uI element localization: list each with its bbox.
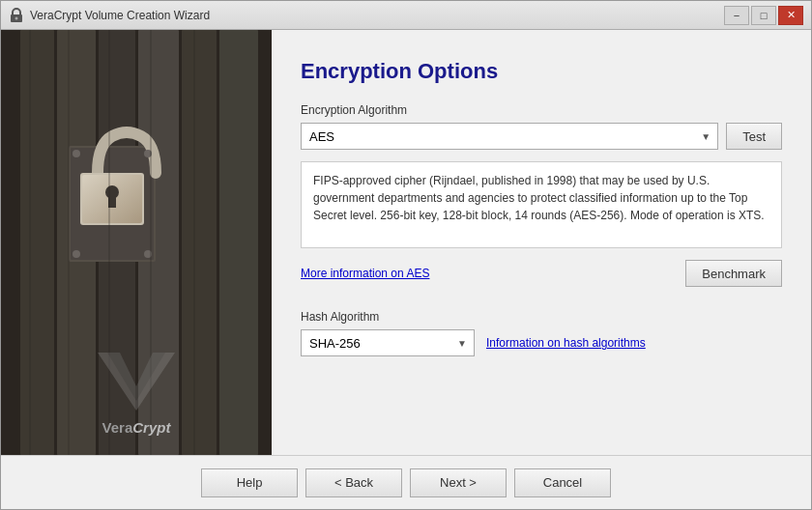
svg-rect-8 [219,30,258,455]
test-button[interactable]: Test [726,123,782,150]
hash-dropdown-wrapper: SHA-256 SHA-512 Whirlpool SHA3-256 ▼ [301,329,475,356]
main-window: VeraCrypt Volume Creation Wizard − □ ✕ [0,0,812,510]
description-box: FIPS-approved cipher (Rijndael, publishe… [301,161,782,248]
more-info-link[interactable]: More information on AES [301,267,429,280]
title-bar: VeraCrypt Volume Creation Wizard − □ ✕ [1,1,811,30]
app-icon [9,8,24,23]
svg-point-1 [15,16,18,19]
hash-algo-select[interactable]: SHA-256 SHA-512 Whirlpool SHA3-256 [301,329,475,356]
title-bar-controls: − □ ✕ [724,6,803,25]
window-title: VeraCrypt Volume Creation Wizard [30,9,210,22]
right-panel: Encryption Options Encryption Algorithm … [272,30,811,455]
left-panel-image: VeraCrypt [1,30,272,455]
logo-text: VeraCrypt [93,419,180,436]
benchmark-button[interactable]: Benchmark [685,260,782,287]
svg-point-17 [72,250,80,258]
hash-row: SHA-256 SHA-512 Whirlpool SHA3-256 ▼ Inf… [301,329,782,356]
info-row: More information on AES Benchmark [301,260,782,287]
enc-algo-dropdown-wrapper: AES Serpent Twofish Camellia Kuznyechik … [301,123,718,150]
cancel-button[interactable]: Cancel [514,468,611,497]
enc-algo-select[interactable]: AES Serpent Twofish Camellia Kuznyechik [301,123,718,150]
help-button[interactable]: Help [201,468,298,497]
page-title: Encryption Options [301,59,782,84]
enc-algo-label: Encryption Algorithm [301,103,782,117]
hash-algo-label: Hash Algorithm [301,310,782,324]
veracrypt-logo: VeraCrypt [93,348,180,436]
hash-info-link[interactable]: Information on hash algorithms [486,336,646,350]
left-panel: VeraCrypt [1,30,272,455]
enc-algo-row: AES Serpent Twofish Camellia Kuznyechik … [301,123,782,150]
logo-crypt: Crypt [132,419,170,436]
description-text: FIPS-approved cipher (Rijndael, publishe… [313,174,765,222]
maximize-button[interactable]: □ [751,6,776,25]
content-area: VeraCrypt Encryption Options Encryption … [1,30,811,455]
svg-rect-7 [182,30,217,455]
back-button[interactable]: < Back [305,468,402,497]
svg-rect-3 [20,30,54,455]
logo-vera: Vera [102,419,133,436]
title-bar-left: VeraCrypt Volume Creation Wizard [9,8,210,23]
bottom-bar: Help < Back Next > Cancel [1,455,811,509]
next-button[interactable]: Next > [410,468,507,497]
close-button[interactable]: ✕ [778,6,803,25]
logo-symbol [93,348,180,415]
svg-point-15 [72,150,80,157]
hash-section: Hash Algorithm SHA-256 SHA-512 Whirlpool… [301,310,782,356]
minimize-button[interactable]: − [724,6,749,25]
